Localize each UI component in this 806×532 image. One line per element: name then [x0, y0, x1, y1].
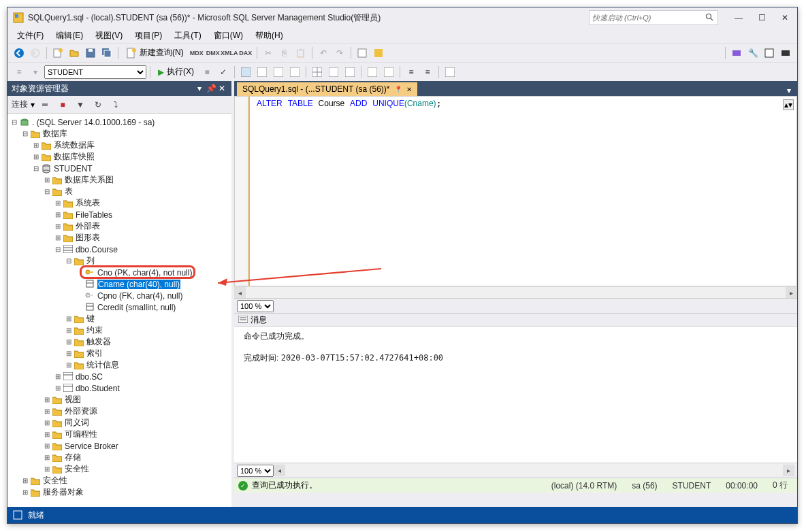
pin-icon[interactable]: 📌 — [206, 83, 216, 94]
new-project-icon[interactable] — [50, 46, 65, 61]
parse-icon[interactable]: ✓ — [216, 65, 231, 80]
tree-dbo-course[interactable]: ⊟dbo.Course — [9, 244, 230, 255]
output-icon[interactable] — [778, 46, 793, 61]
code-content[interactable]: ALTER TABLE Course ADD UNIQUE(Cname); — [254, 97, 796, 286]
undo-icon[interactable]: ↶ — [316, 46, 331, 61]
tree-constraints[interactable]: ⊞约束 — [9, 325, 230, 336]
tab-close-icon[interactable]: ✕ — [406, 86, 412, 93]
tree-keys[interactable]: ⊞键 — [9, 313, 230, 325]
close-button[interactable]: ✕ — [778, 11, 792, 24]
filter-icon[interactable]: ▼ — [73, 97, 88, 112]
activity-icon[interactable] — [355, 46, 370, 61]
redo-icon[interactable]: ↷ — [332, 46, 347, 61]
comment-icon[interactable] — [365, 65, 380, 80]
messages-zoom-dropdown[interactable]: 100 % — [237, 465, 274, 477]
panel-close-icon[interactable]: ✕ — [216, 83, 227, 94]
results-text-icon[interactable] — [326, 65, 341, 80]
maximize-button[interactable]: ☐ — [755, 11, 769, 24]
panel-dropdown-icon[interactable]: ▾ — [197, 84, 202, 93]
tree-student-db[interactable]: ⊟STUDENT — [9, 163, 230, 174]
results-grid-icon[interactable] — [310, 65, 325, 80]
tree-external-tables[interactable]: ⊞外部表 — [9, 220, 230, 232]
code-zoom-dropdown[interactable]: 100 % — [237, 300, 274, 312]
tree-triggers[interactable]: ⊞触发器 — [9, 336, 230, 348]
dax-icon[interactable]: DAX — [238, 46, 253, 61]
execute-button[interactable]: ▶ 执行(X) — [154, 65, 198, 80]
tree-col-cno[interactable]: Cno (PK, char(4), not null) — [9, 267, 230, 278]
tree-graph-tables[interactable]: ⊞图形表 — [9, 232, 230, 244]
template-icon[interactable] — [762, 46, 777, 61]
code-hscroll[interactable]: ◂▸ — [234, 286, 797, 298]
tree-columns[interactable]: ⊟列 — [9, 255, 230, 267]
tree-tables[interactable]: ⊟表 — [9, 186, 230, 197]
tree-file-tables[interactable]: ⊞FileTables — [9, 209, 230, 220]
tree-indexes[interactable]: ⊞索引 — [9, 348, 230, 359]
client-stats-icon[interactable] — [271, 65, 286, 80]
mdx-icon[interactable]: MDX — [189, 46, 204, 61]
back-button[interactable] — [12, 46, 27, 61]
quick-launch[interactable] — [589, 10, 718, 25]
connect-dropdown-icon[interactable]: ▾ — [31, 100, 35, 110]
tab-pin-icon[interactable]: 📍 — [394, 86, 402, 93]
tree-views[interactable]: ⊞视图 — [9, 394, 230, 405]
save-all-icon[interactable] — [99, 46, 114, 61]
menu-view[interactable]: 视图(V) — [90, 29, 128, 43]
tree-security-inner[interactable]: ⊞安全性 — [9, 463, 230, 475]
tree-security[interactable]: ⊞安全性 — [9, 475, 230, 486]
outdent-icon[interactable]: ≡ — [420, 65, 435, 80]
messages-body[interactable]: 命令已成功完成。 完成时间: 2020-03-07T15:57:02.47276… — [234, 327, 797, 463]
live-query-icon[interactable] — [287, 65, 302, 80]
tree-synonyms[interactable]: ⊞同义词 — [9, 417, 230, 429]
registered-servers-icon[interactable] — [729, 46, 744, 61]
code-editor[interactable]: ALTER TABLE Course ADD UNIQUE(Cname); ▴▾ — [234, 96, 797, 286]
disconnect-icon[interactable] — [37, 97, 52, 112]
stop-icon[interactable]: ■ — [55, 97, 70, 112]
save-icon[interactable] — [83, 46, 98, 61]
split-view-icon[interactable]: ▴▾ — [783, 99, 794, 110]
tree-server-node[interactable]: ⊟. (SQL Server 14.0.1000.169 - sa) — [9, 116, 230, 128]
tree-service-broker[interactable]: ⊞Service Broker — [9, 440, 230, 452]
menu-tools[interactable]: 工具(T) — [169, 29, 206, 43]
tab-sqlquery1[interactable]: SQLQuery1.sql - (...STUDENT (sa (56))* 📍… — [237, 82, 417, 96]
tree-statistics[interactable]: ⊞统计信息 — [9, 359, 230, 371]
tree-col-cname[interactable]: Cname (char(40), null) — [9, 278, 230, 290]
tree-databases[interactable]: ⊟数据库 — [9, 128, 230, 139]
menu-window[interactable]: 窗口(W) — [208, 29, 248, 43]
uncomment-icon[interactable] — [381, 65, 396, 80]
new-query-button[interactable]: 新建查询(N) — [122, 46, 188, 61]
tree-ext-resources[interactable]: ⊞外部资源 — [9, 405, 230, 417]
messages-tab-label[interactable]: 消息 — [251, 314, 267, 326]
include-plan-icon[interactable] — [255, 65, 270, 80]
estimated-plan-icon[interactable] — [238, 65, 253, 80]
object-explorer-tree[interactable]: ⊟. (SQL Server 14.0.1000.169 - sa) ⊟数据库 … — [7, 114, 231, 507]
menu-help[interactable]: 帮助(H) — [250, 29, 289, 43]
indent-icon[interactable]: ≡ — [404, 65, 419, 80]
xmla-icon[interactable]: XMLA — [222, 46, 237, 61]
tree-programmability[interactable]: ⊞可编程性 — [9, 429, 230, 440]
connect-label[interactable]: 连接 — [12, 99, 28, 110]
refresh-icon[interactable]: ↻ — [91, 97, 106, 112]
tree-storage[interactable]: ⊞存储 — [9, 452, 230, 463]
dmx-icon[interactable]: DMX — [206, 46, 221, 61]
properties-icon[interactable] — [371, 46, 386, 61]
tree-dbo-student[interactable]: ⊞dbo.Student — [9, 382, 230, 394]
tools-icon[interactable]: 🔧 — [745, 46, 760, 61]
menu-file[interactable]: 文件(F) — [12, 29, 49, 43]
database-dropdown[interactable]: STUDENT — [44, 65, 146, 79]
tree-sys-tables[interactable]: ⊞系统表 — [9, 197, 230, 209]
minimize-button[interactable]: — — [732, 11, 745, 24]
tab-overflow-icon[interactable]: ▾ — [784, 85, 794, 96]
specify-values-icon[interactable] — [442, 65, 457, 80]
open-icon[interactable] — [67, 46, 82, 61]
sync-icon[interactable]: ⤵ — [108, 97, 123, 112]
quick-launch-input[interactable] — [592, 14, 705, 22]
tree-dbo-sc[interactable]: ⊞dbo.SC — [9, 371, 230, 382]
menu-project[interactable]: 项目(P) — [129, 29, 167, 43]
menu-edit[interactable]: 编辑(E) — [50, 29, 88, 43]
tree-db-snapshot[interactable]: ⊞数据库快照 — [9, 151, 230, 163]
tree-col-cpno[interactable]: Cpno (FK, char(4), null) — [9, 290, 230, 301]
tree-db-diagrams[interactable]: ⊞数据库关系图 — [9, 174, 230, 186]
tree-col-ccredit[interactable]: Ccredit (smallint, null) — [9, 301, 230, 313]
results-file-icon[interactable] — [342, 65, 357, 80]
tree-server-objects[interactable]: ⊞服务器对象 — [9, 486, 230, 498]
